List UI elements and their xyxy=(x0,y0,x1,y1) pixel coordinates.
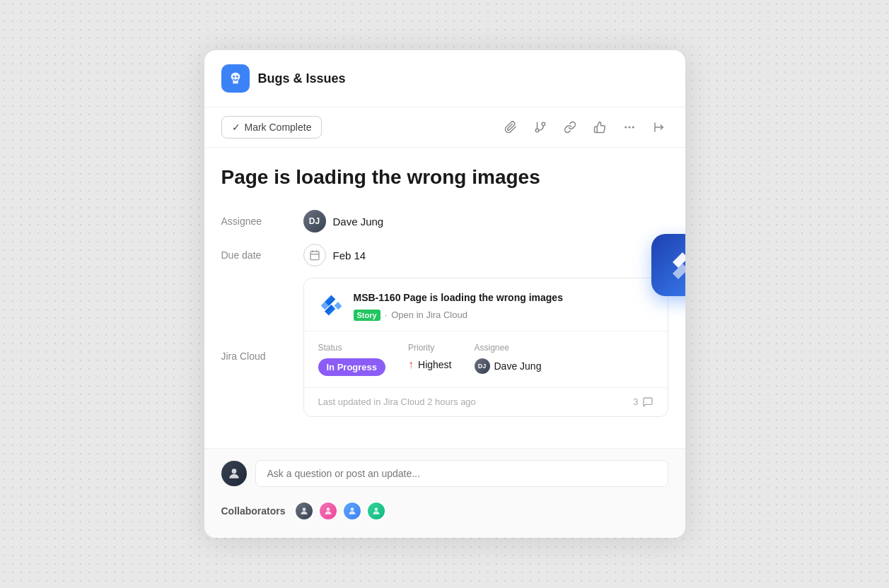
mark-complete-label: Mark Complete xyxy=(245,122,312,133)
assignee-avatar: DJ xyxy=(303,210,326,233)
svg-point-1 xyxy=(236,76,238,78)
status-badge: In Progress xyxy=(318,358,386,376)
jira-card-header: MSB-1160 Page is loading the wrong image… xyxy=(304,278,668,331)
content-area: Page is loading the wrong images Assigne… xyxy=(204,148,685,434)
jira-assignee-avatar: DJ xyxy=(475,358,490,374)
app-icon xyxy=(221,64,250,93)
jira-card-footer: Last updated in Jira Cloud 2 hours ago 3 xyxy=(304,387,668,416)
svg-point-16 xyxy=(326,507,330,511)
comment-count: 3 xyxy=(633,396,653,408)
due-date-value: Feb 14 xyxy=(303,244,366,266)
collaborator-avatar-2 xyxy=(318,501,338,521)
expand-button[interactable] xyxy=(650,118,668,136)
priority-icon: ↑ xyxy=(408,358,414,371)
jira-card-details: Status In Progress Priority ↑ Highest xyxy=(304,331,668,387)
priority-value: ↑ Highest xyxy=(408,358,451,371)
collaborator-avatar-3 xyxy=(342,501,362,521)
svg-point-5 xyxy=(625,127,627,128)
more-button[interactable] xyxy=(620,118,639,136)
comment-input[interactable] xyxy=(255,460,668,487)
checkmark-icon: ✓ xyxy=(232,122,240,133)
assignee-value: DJ Dave Jung xyxy=(303,210,384,233)
task-fields: Assignee DJ Dave Jung Due date xyxy=(221,210,668,434)
story-badge: Story xyxy=(354,310,380,321)
priority-col: Priority ↑ Highest xyxy=(408,343,451,376)
assignee-field: Assignee DJ Dave Jung xyxy=(221,210,668,233)
card-header: Bugs & Issues xyxy=(204,50,685,107)
app-title: Bugs & Issues xyxy=(258,71,346,86)
calendar-icon xyxy=(303,244,326,266)
mark-complete-button[interactable]: ✓ Mark Complete xyxy=(221,116,323,139)
like-button[interactable] xyxy=(591,118,609,136)
jira-card-container: MSB-1160 Page is loading the wrong image… xyxy=(303,278,668,434)
comment-icon xyxy=(642,396,653,408)
jira-cloud-label: Jira Cloud xyxy=(221,351,292,362)
collaborators-label: Collaborators xyxy=(221,505,286,517)
bottom-section: Collaborators xyxy=(204,448,685,538)
priority-label: Priority xyxy=(408,343,451,353)
jira-card-info: MSB-1160 Page is loading the wrong image… xyxy=(354,291,653,321)
collaborator-avatar-4 xyxy=(366,501,386,521)
svg-point-17 xyxy=(350,507,354,511)
link-button[interactable] xyxy=(561,118,579,136)
comment-row xyxy=(221,460,668,487)
toolbar: ✓ Mark Complete xyxy=(204,107,685,148)
jira-trello-icon xyxy=(664,247,685,283)
svg-point-6 xyxy=(629,127,630,128)
branch-button[interactable] xyxy=(531,118,550,136)
svg-point-15 xyxy=(302,507,306,511)
open-jira-link[interactable]: Open in Jira Cloud xyxy=(391,310,467,320)
jira-assignee-col: Assignee DJ Dave Jung xyxy=(475,343,542,376)
due-date: Feb 14 xyxy=(333,249,366,261)
svg-point-0 xyxy=(233,76,235,78)
status-label: Status xyxy=(318,343,386,353)
assignee-name: Dave Jung xyxy=(333,216,384,228)
jira-assignee-value: DJ Dave Jung xyxy=(475,358,542,374)
collaborator-avatar-1 xyxy=(294,501,314,521)
due-date-label: Due date xyxy=(221,249,292,261)
status-col: Status In Progress xyxy=(318,343,386,376)
jira-issue-meta: Story · Open in Jira Cloud xyxy=(354,310,653,321)
jira-cloud-field: Jira Cloud xyxy=(221,278,668,434)
svg-point-14 xyxy=(231,469,236,474)
collaborators-avatars xyxy=(294,501,386,521)
svg-point-7 xyxy=(632,127,634,128)
due-date-field: Due date Feb 14 xyxy=(221,244,668,266)
svg-rect-10 xyxy=(310,252,319,260)
jira-logo-icon xyxy=(318,293,344,318)
last-updated-text: Last updated in Jira Cloud 2 hours ago xyxy=(318,396,476,407)
assignee-label: Assignee xyxy=(221,216,292,227)
jira-issue-title: MSB-1160 Page is loading the wrong image… xyxy=(354,291,653,305)
toolbar-icon-group xyxy=(501,118,668,136)
collaborators-row: Collaborators xyxy=(221,501,668,521)
svg-point-18 xyxy=(374,507,378,511)
jira-floating-badge xyxy=(651,234,685,296)
status-value: In Progress xyxy=(318,358,386,376)
current-user-avatar xyxy=(221,461,247,486)
jira-issue-card: MSB-1160 Page is loading the wrong image… xyxy=(303,278,668,417)
jira-assignee-label: Assignee xyxy=(475,343,542,353)
task-title: Page is loading the wrong images xyxy=(221,165,668,190)
main-card: Bugs & Issues ✓ Mark Complete xyxy=(204,50,685,538)
attachment-button[interactable] xyxy=(501,118,520,136)
user-silhouette-icon xyxy=(227,466,241,481)
